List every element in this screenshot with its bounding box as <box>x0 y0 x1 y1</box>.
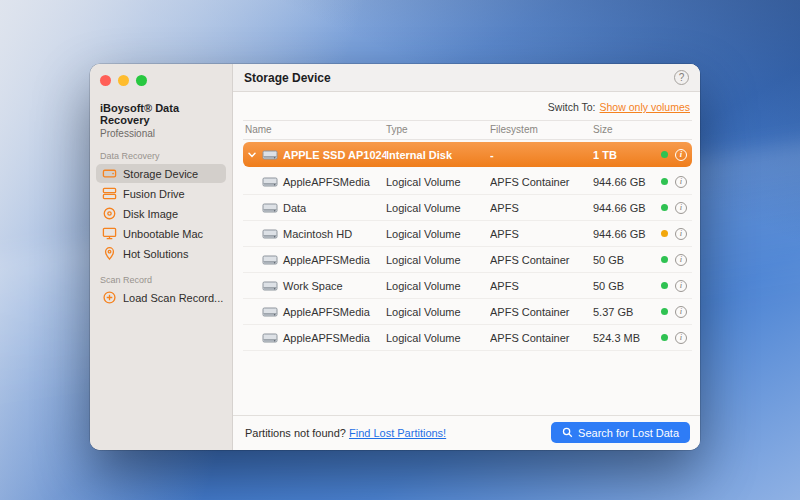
row-size-cell: 50 GB <box>593 280 657 292</box>
row-name-cell: APPLE SSD AP1024R Media <box>243 148 386 162</box>
search-icon <box>562 427 573 438</box>
volume-name: AppleAPFSMedia <box>283 254 370 266</box>
row-filesystem-cell: APFS <box>490 280 593 292</box>
find-lost-partitions-link[interactable]: Find Lost Partitions! <box>349 427 446 439</box>
table-row[interactable]: AppleAPFSMediaLogical VolumeAPFS Contain… <box>243 169 692 195</box>
hot-solutions-icon <box>101 246 117 262</box>
drive-icon <box>262 201 278 215</box>
footer-bar: Partitions not found? Find Lost Partitio… <box>233 415 700 450</box>
column-header-filesystem: Filesystem <box>490 124 593 135</box>
sidebar-item-hot-solutions[interactable]: Hot Solutions <box>96 244 226 263</box>
info-icon[interactable]: i <box>675 332 687 344</box>
row-status-cell: i <box>657 202 692 214</box>
drive-icon <box>262 279 278 293</box>
row-status-cell: i <box>657 149 692 161</box>
sidebar-item-label: Unbootable Mac <box>123 228 203 240</box>
sidebar-section-label: Data Recovery <box>100 151 222 161</box>
disk-image-icon <box>101 206 117 222</box>
row-filesystem-cell: APFS Container <box>490 176 593 188</box>
sidebar-section-label: Scan Record <box>100 275 222 285</box>
close-window-button[interactable] <box>100 75 111 86</box>
sidebar-item-unbootable-mac[interactable]: Unbootable Mac <box>96 224 226 243</box>
chevron-down-icon[interactable] <box>247 150 257 160</box>
sidebar-item-label: Disk Image <box>123 208 178 220</box>
info-icon[interactable]: i <box>675 228 687 240</box>
help-icon[interactable]: ? <box>674 70 689 85</box>
table-body: APPLE SSD AP1024R MediaInternal Disk-1 T… <box>243 142 692 351</box>
status-dot <box>661 282 668 289</box>
row-filesystem-cell: APFS Container <box>490 332 593 344</box>
main-header: Storage Device ? <box>233 64 700 92</box>
volume-name: APPLE SSD AP1024R Media <box>283 149 386 161</box>
plus-circle-icon <box>101 290 117 306</box>
empty-area <box>243 351 692 415</box>
table-row[interactable]: AppleAPFSMediaLogical VolumeAPFS Contain… <box>243 299 692 325</box>
content-area: Switch To: Show only volumes NameTypeFil… <box>233 92 700 450</box>
column-header-size: Size <box>593 124 657 135</box>
table-header-row: NameTypeFilesystemSize <box>243 120 692 140</box>
row-size-cell: 50 GB <box>593 254 657 266</box>
volume-name: Data <box>283 202 306 214</box>
sidebar-navigation: Data RecoveryStorage DeviceFusion DriveD… <box>90 151 232 307</box>
unbootable-mac-icon <box>101 226 117 242</box>
status-dot <box>661 308 668 315</box>
row-status-cell: i <box>657 280 692 292</box>
sidebar-item-load-scan-record[interactable]: Load Scan Record... <box>96 288 226 307</box>
search-button-label: Search for Lost Data <box>578 427 679 439</box>
table-row[interactable]: Work SpaceLogical VolumeAPFS50 GBi <box>243 273 692 299</box>
info-icon[interactable]: i <box>675 202 687 214</box>
row-type-cell: Logical Volume <box>386 254 490 266</box>
row-size-cell: 944.66 GB <box>593 202 657 214</box>
volume-name: Macintosh HD <box>283 228 352 240</box>
row-size-cell: 524.3 MB <box>593 332 657 344</box>
drive-icon <box>262 305 278 319</box>
row-filesystem-cell: APFS <box>490 228 593 240</box>
sidebar-item-disk-image[interactable]: Disk Image <box>96 204 226 223</box>
sidebar-item-label: Storage Device <box>123 168 198 180</box>
row-name-cell: AppleAPFSMedia <box>243 331 386 345</box>
table-row[interactable]: AppleAPFSMediaLogical VolumeAPFS Contain… <box>243 325 692 351</box>
table-row[interactable]: APPLE SSD AP1024R MediaInternal Disk-1 T… <box>243 142 692 167</box>
minimize-window-button[interactable] <box>118 75 129 86</box>
app-title: iBoysoft® Data Recovery <box>90 86 232 126</box>
row-name-cell: AppleAPFSMedia <box>243 305 386 319</box>
status-dot <box>661 178 668 185</box>
row-type-cell: Logical Volume <box>386 228 490 240</box>
row-status-cell: i <box>657 306 692 318</box>
sidebar-item-fusion-drive[interactable]: Fusion Drive <box>96 184 226 203</box>
partitions-hint: Partitions not found? Find Lost Partitio… <box>245 427 446 439</box>
row-status-cell: i <box>657 228 692 240</box>
table-row[interactable]: AppleAPFSMediaLogical VolumeAPFS Contain… <box>243 247 692 273</box>
drive-icon <box>262 148 278 162</box>
zoom-window-button[interactable] <box>136 75 147 86</box>
row-size-cell: 944.66 GB <box>593 228 657 240</box>
row-type-cell: Logical Volume <box>386 176 490 188</box>
fusion-drive-icon <box>101 186 117 202</box>
row-type-cell: Logical Volume <box>386 306 490 318</box>
row-name-cell: AppleAPFSMedia <box>243 175 386 189</box>
app-window: iBoysoft® Data Recovery Professional Dat… <box>90 64 700 450</box>
column-header-name: Name <box>243 124 386 135</box>
info-icon[interactable]: i <box>675 306 687 318</box>
status-dot <box>661 256 668 263</box>
switch-to-label: Switch To: <box>548 101 596 113</box>
row-status-cell: i <box>657 332 692 344</box>
table-row[interactable]: Macintosh HDLogical VolumeAPFS944.66 GBi <box>243 221 692 247</box>
storage-device-icon <box>101 166 117 182</box>
search-for-lost-data-button[interactable]: Search for Lost Data <box>551 422 690 443</box>
info-icon[interactable]: i <box>675 149 687 161</box>
partitions-not-found-text: Partitions not found? <box>245 427 346 439</box>
info-icon[interactable]: i <box>675 280 687 292</box>
row-size-cell: 5.37 GB <box>593 306 657 318</box>
sidebar-item-storage-device[interactable]: Storage Device <box>96 164 226 183</box>
volume-name: AppleAPFSMedia <box>283 332 370 344</box>
info-icon[interactable]: i <box>675 176 687 188</box>
info-icon[interactable]: i <box>675 254 687 266</box>
row-status-cell: i <box>657 176 692 188</box>
row-type-cell: Logical Volume <box>386 202 490 214</box>
row-size-cell: 944.66 GB <box>593 176 657 188</box>
show-only-volumes-link[interactable]: Show only volumes <box>600 101 690 113</box>
status-dot <box>661 151 668 158</box>
table-row[interactable]: DataLogical VolumeAPFS944.66 GBi <box>243 195 692 221</box>
page-title: Storage Device <box>244 71 331 85</box>
